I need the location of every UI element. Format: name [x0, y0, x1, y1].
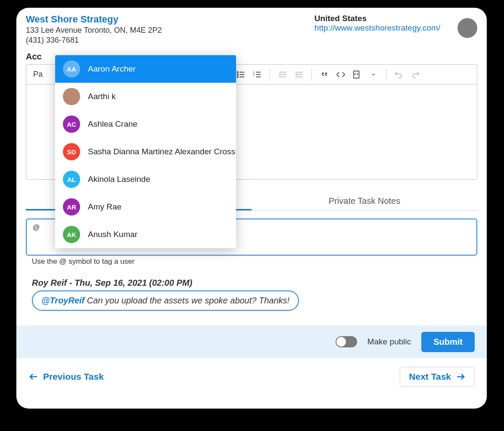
mention-item-name: Ashlea Crane: [88, 119, 137, 129]
toggle-knob: [336, 337, 346, 347]
mention-item-name: Amy Rae: [88, 202, 121, 212]
previous-task-label: Previous Task: [43, 372, 104, 382]
nav-row: Previous Task Next Task: [16, 358, 487, 387]
svg-text:2: 2: [253, 72, 255, 76]
previous-task-button[interactable]: Previous Task: [28, 372, 104, 382]
company-country: United States: [314, 14, 440, 23]
svg-point-4: [237, 76, 238, 78]
note-hint: Use the @ symbol to tag a user: [32, 257, 477, 266]
note-body-text: Can you upload the assets we spoke about…: [84, 296, 289, 305]
tab-private-notes[interactable]: Private Task Notes: [252, 192, 477, 210]
task-card: West Shore Strategy 133 Lee Avenue Toron…: [16, 8, 487, 409]
company-name[interactable]: West Shore Strategy: [26, 14, 162, 25]
mention-item[interactable]: SDSasha Dianna Martinez Alexander Cross …: [55, 138, 236, 166]
mention-item[interactable]: ACAshlea Crane: [55, 110, 236, 138]
mention-item[interactable]: AAAaron Archer: [55, 55, 236, 83]
svg-point-0: [237, 72, 238, 73]
previous-note-bubble: @TroyReif Can you upload the assets we s…: [32, 290, 299, 311]
mention-item[interactable]: ARAmy Rae: [55, 193, 236, 221]
arrow-left-icon: [28, 372, 39, 382]
outdent-icon[interactable]: [276, 68, 289, 81]
next-task-label: Next Task: [409, 372, 451, 382]
mention-item-name: Aarthi k: [88, 92, 115, 101]
svg-point-2: [237, 74, 238, 75]
make-public-toggle[interactable]: [336, 336, 357, 347]
user-initials-avatar: SD: [63, 143, 80, 160]
next-task-button[interactable]: Next Task: [400, 367, 475, 387]
company-block: West Shore Strategy 133 Lee Avenue Toron…: [26, 14, 162, 45]
footer-bar: Make public Submit: [16, 325, 487, 358]
undo-icon[interactable]: [392, 68, 405, 81]
user-initials-avatar: AK: [63, 226, 80, 243]
card-header: West Shore Strategy 133 Lee Avenue Toron…: [16, 8, 487, 45]
user-photo-avatar: [63, 88, 80, 105]
company-phone: (431) 336-7681: [26, 36, 162, 45]
company-address: 133 Lee Avenue Toronto, ON, M4E 2P2: [26, 26, 162, 35]
mention-item-name: Sasha Dianna Martinez Alexander Cross B: [88, 147, 236, 156]
user-initials-avatar: AR: [63, 198, 80, 216]
mention-popup: AAAaron ArcherAarthi kACAshlea CraneSDSa…: [55, 55, 236, 248]
header-right: United States http://www.westshorestrate…: [314, 14, 477, 45]
svg-rect-17: [354, 71, 359, 78]
submit-button[interactable]: Submit: [421, 332, 475, 352]
bullet-list-icon[interactable]: [234, 68, 247, 81]
arrow-right-icon: [455, 372, 466, 382]
redo-icon[interactable]: [409, 68, 422, 81]
code-block-icon[interactable]: [351, 68, 364, 81]
paragraph-style-select[interactable]: Pa: [31, 70, 43, 79]
toolbar-separator: [270, 68, 270, 81]
toolbar-separator: [386, 68, 386, 81]
numbered-list-icon[interactable]: 12: [251, 68, 264, 81]
mention-item[interactable]: Aarthi k: [55, 83, 236, 110]
user-initials-avatar: AL: [63, 171, 80, 188]
country-website-block: United States http://www.westshorestrate…: [314, 14, 440, 33]
previous-note-header: Roy Reif - Thu, Sep 16, 2021 (02:00 PM): [32, 278, 477, 288]
mention-item-name: Anush Kumar: [88, 230, 137, 239]
note-mention[interactable]: @TroyReif: [41, 296, 84, 305]
code-icon[interactable]: [334, 68, 347, 81]
user-initials-avatar: AC: [63, 116, 80, 133]
user-avatar[interactable]: [457, 18, 477, 38]
mention-item-name: Akinola Laseinde: [88, 175, 150, 184]
quote-icon[interactable]: [318, 68, 331, 81]
chevron-down-icon[interactable]: [367, 68, 380, 81]
mention-item[interactable]: ALAkinola Laseinde: [55, 166, 236, 193]
toolbar-separator: [311, 68, 312, 81]
indent-icon[interactable]: [292, 68, 305, 81]
user-initials-avatar: AA: [63, 60, 80, 78]
make-public-label: Make public: [367, 337, 411, 347]
mention-item-name: Aaron Archer: [88, 64, 136, 74]
mention-item[interactable]: AKAnush Kumar: [55, 221, 236, 248]
company-website[interactable]: http://www.westshorestrategy.com/: [314, 23, 440, 33]
